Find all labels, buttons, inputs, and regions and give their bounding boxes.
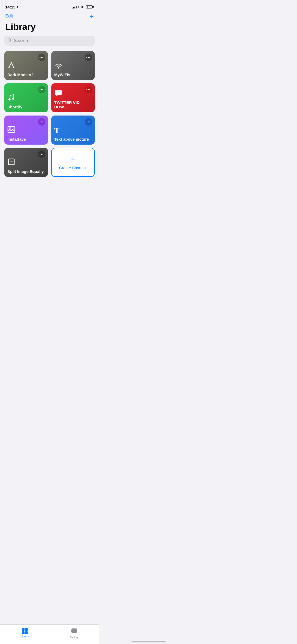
status-time: 14:15 ➤ xyxy=(5,5,19,9)
text-icon: T xyxy=(54,126,92,135)
more-button-splitimage[interactable]: ••• xyxy=(38,150,45,158)
svg-point-9 xyxy=(12,98,14,100)
shortcut-card-shortify[interactable]: ••• Shortify xyxy=(4,83,48,112)
signal-bar-3 xyxy=(74,7,75,8)
shortcuts-grid: ••• Dark Mode V2 ••• MyWiFis ••• xyxy=(0,51,99,177)
dark-mode-label: Dark Mode V2 xyxy=(7,72,45,77)
battery-tip xyxy=(93,6,94,8)
location-icon: ➤ xyxy=(16,5,19,9)
signal-bar-4 xyxy=(76,6,77,8)
twitter-label: TWITTER VID DOW... xyxy=(54,100,92,109)
battery-indicator xyxy=(86,5,94,8)
search-container xyxy=(0,36,99,51)
svg-line-1 xyxy=(10,41,11,42)
svg-rect-11 xyxy=(8,127,15,132)
svg-line-2 xyxy=(9,63,11,67)
search-input[interactable] xyxy=(14,38,92,43)
shortcut-card-instasave[interactable]: ••• InstaSave xyxy=(4,116,48,145)
more-button-dark-mode[interactable]: ••• xyxy=(38,54,45,61)
svg-point-8 xyxy=(8,98,11,100)
svg-point-6 xyxy=(11,62,12,63)
shortcut-card-twitter[interactable]: ••• TWITTER VID DOW... xyxy=(51,83,95,112)
splitimage-label: Split Image Equally xyxy=(7,169,45,174)
mywifis-label: MyWiFis xyxy=(54,72,92,77)
header: Edit + xyxy=(0,12,99,22)
status-right: LTE xyxy=(72,5,94,9)
search-bar[interactable] xyxy=(4,36,95,46)
wifi-icon xyxy=(54,62,92,71)
textabove-label: Text above picture xyxy=(54,137,92,141)
image-icon xyxy=(7,126,45,135)
create-plus-icon: + xyxy=(71,155,75,163)
dark-mode-icon xyxy=(7,61,45,71)
search-icon xyxy=(7,38,12,43)
page-title: Library xyxy=(0,22,99,36)
battery-fill xyxy=(87,6,88,8)
edit-button[interactable]: Edit xyxy=(5,13,13,19)
instasave-label: InstaSave xyxy=(7,137,45,141)
battery-body xyxy=(86,5,93,8)
create-shortcut-card[interactable]: + Create Shortcut xyxy=(51,148,95,177)
shortcut-card-textabove[interactable]: ••• T Text above picture xyxy=(51,116,95,145)
more-button-twitter[interactable]: ••• xyxy=(85,86,92,93)
signal-bar-2 xyxy=(73,7,74,8)
add-button[interactable]: + xyxy=(90,13,94,20)
lte-label: LTE xyxy=(78,5,84,9)
svg-point-4 xyxy=(8,67,10,68)
svg-rect-10 xyxy=(55,90,62,95)
shortify-label: Shortify xyxy=(7,105,45,109)
shortcut-card-mywifis[interactable]: ••• MyWiFis xyxy=(51,51,95,80)
svg-point-5 xyxy=(13,67,14,68)
signal-bar-1 xyxy=(72,8,73,8)
more-button-instasave[interactable]: ••• xyxy=(38,118,45,126)
svg-point-7 xyxy=(58,67,59,69)
crop-icon xyxy=(7,158,45,168)
more-button-mywifis[interactable]: ••• xyxy=(85,54,92,61)
status-bar: 14:15 ➤ LTE xyxy=(0,0,99,12)
signal-bars xyxy=(72,5,77,8)
svg-line-3 xyxy=(11,63,14,67)
more-button-shortify[interactable]: ••• xyxy=(38,86,45,93)
shortcut-card-dark-mode[interactable]: ••• Dark Mode V2 xyxy=(4,51,48,80)
create-shortcut-label: Create Shortcut xyxy=(59,165,87,170)
svg-point-12 xyxy=(9,128,11,129)
more-button-textabove[interactable]: ••• xyxy=(85,118,92,126)
shortcut-card-splitimage[interactable]: ••• Split Image Equally xyxy=(4,148,48,177)
music-icon xyxy=(7,93,45,103)
time-text: 14:15 xyxy=(5,5,15,9)
